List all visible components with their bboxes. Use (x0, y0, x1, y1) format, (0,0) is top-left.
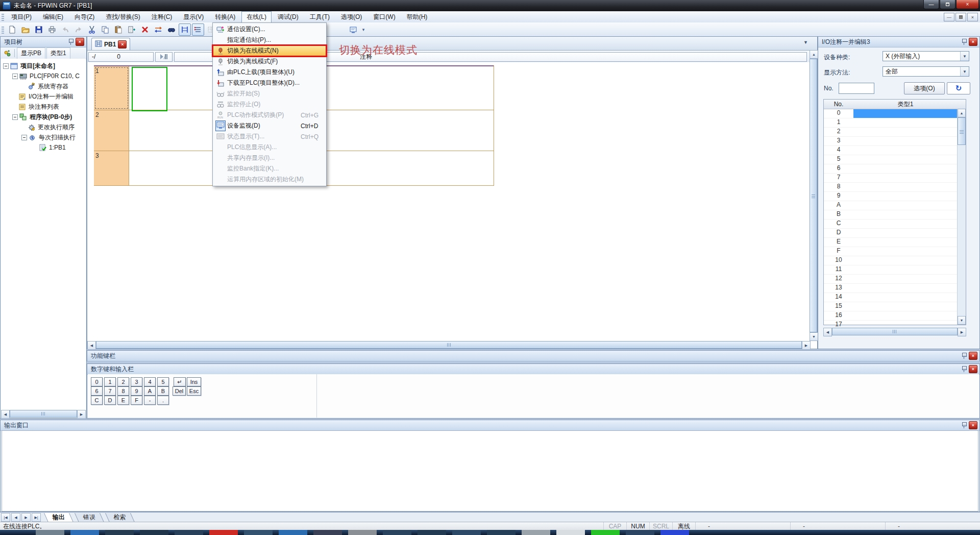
menu-bar-item[interactable]: 向导(Z) (69, 11, 100, 23)
keypad-key[interactable]: 7 (104, 386, 116, 396)
io-row-value[interactable] (853, 201, 958, 210)
menu-bar-item[interactable]: 选项(O) (336, 11, 367, 23)
tree-item-exec-order[interactable]: 更改执行顺序 (1, 122, 86, 132)
menu-item-shared-memory[interactable]: 共享内存显示(I)... (213, 153, 326, 163)
pin-button[interactable] (960, 352, 968, 359)
pin-button[interactable] (960, 422, 968, 429)
scroll-thumb[interactable] (96, 341, 802, 349)
tab-list-dropdown-icon[interactable]: ▼ (803, 40, 808, 45)
delete-row-icon[interactable] (139, 23, 151, 36)
io-table-row[interactable]: 14 (824, 293, 966, 302)
enter-key[interactable]: ↵ (174, 377, 186, 386)
insert-row-icon[interactable] (126, 23, 138, 36)
io-row-value[interactable] (853, 220, 958, 228)
menu-item-monitor-start[interactable]: 监控开始(S) (213, 88, 326, 99)
taskbar-item[interactable] (209, 530, 238, 535)
io-table-vscrollbar[interactable]: ▲ ▼ (957, 109, 966, 325)
menu-item-device-monitor[interactable]: 设备监视(D) Ctrl+D (213, 120, 326, 131)
keypad-key[interactable]: 0 (91, 377, 103, 386)
show-pb-button[interactable]: 显示PB (17, 47, 45, 59)
toolbar-overflow-icon[interactable]: ▾ (360, 27, 367, 32)
list-view-icon[interactable] (192, 23, 204, 36)
pin-button[interactable] (67, 38, 75, 45)
keypad-key[interactable]: F (131, 396, 142, 405)
io-table-row[interactable]: B (824, 210, 966, 220)
io-row-value[interactable] (853, 183, 958, 191)
io-row-value[interactable] (853, 265, 958, 274)
mdi-close-button[interactable]: × (967, 13, 978, 21)
taskbar-item[interactable] (279, 530, 307, 535)
ladder-row-header-2[interactable]: 2 (94, 110, 129, 151)
device-monitor-toolbar-icon[interactable] (347, 23, 359, 36)
menu-item-monitor-stop[interactable]: 监控停止(O) (213, 99, 326, 110)
io-table-row[interactable]: 4 (824, 146, 966, 155)
tab-pb1[interactable]: PB1 × (91, 38, 130, 50)
taskbar-item[interactable] (348, 530, 377, 535)
io-row-value[interactable] (853, 109, 958, 118)
keypad-key[interactable]: . (157, 396, 169, 405)
io-table-row[interactable]: 2 (824, 128, 966, 137)
menu-bar-item[interactable]: 转换(A) (210, 11, 240, 23)
convert-icon[interactable] (152, 23, 164, 36)
chevron-down-icon[interactable]: ▼ (960, 52, 969, 61)
scroll-left-icon[interactable]: ◀ (1, 410, 10, 419)
keypad-key[interactable]: D (104, 396, 116, 405)
cut-icon[interactable] (86, 23, 98, 36)
save-icon[interactable] (33, 23, 45, 36)
menu-bar-item[interactable]: 窗口(W) (368, 11, 400, 23)
io-row-value[interactable] (853, 247, 958, 256)
keypad-key[interactable]: C (91, 396, 103, 405)
menu-bar-item[interactable]: 查找/替换(S) (101, 11, 145, 23)
taskbar-item[interactable] (70, 530, 99, 535)
io-table-row[interactable]: D (824, 229, 966, 238)
nav-prev-icon[interactable]: ◀ (11, 513, 20, 522)
display-method-select[interactable]: 全部 ▼ (883, 66, 969, 77)
menu-bar-item[interactable]: 编辑(E) (38, 11, 68, 23)
tree-item-program-block[interactable]: 程序块(PB-0步) (1, 112, 86, 122)
io-row-value[interactable] (853, 284, 958, 293)
tab-output[interactable]: 输出 (44, 513, 74, 522)
io-table-row[interactable]: E (824, 238, 966, 247)
tab-close-icon[interactable]: × (118, 40, 127, 48)
keypad-key[interactable]: 9 (131, 386, 142, 396)
del-key[interactable]: Del (173, 386, 186, 396)
copy-icon[interactable] (99, 23, 111, 36)
paste-icon[interactable] (112, 23, 125, 36)
tree-settings-icon[interactable] (2, 48, 12, 58)
io-table-row[interactable]: 9 (824, 192, 966, 201)
scroll-up-icon[interactable]: ▲ (810, 50, 818, 59)
panel-close-button[interactable]: × (969, 38, 977, 46)
column-no[interactable]: No. (824, 100, 853, 109)
pin-button[interactable] (960, 38, 968, 45)
io-row-value[interactable] (853, 311, 958, 320)
keypad-key[interactable]: 6 (91, 386, 103, 396)
io-table-row[interactable]: 5 (824, 155, 966, 164)
mdi-minimize-button[interactable]: — (944, 13, 954, 21)
keypad-key[interactable]: 3 (131, 377, 142, 386)
panel-close-button[interactable]: × (969, 421, 977, 429)
keypad-key[interactable]: - (144, 396, 156, 405)
taskbar-item[interactable] (140, 530, 168, 535)
tree-item-scan-exec[interactable]: 每次扫描执行 (1, 132, 86, 142)
column-type1[interactable]: 类型1 (853, 100, 958, 109)
menu-item-specify-station[interactable]: 指定通信站(P)... (213, 35, 326, 45)
tree-item-pb1[interactable]: 1:PB1 (1, 142, 86, 153)
taskbar-item[interactable] (660, 530, 689, 535)
keypad-key[interactable]: 1 (104, 377, 116, 386)
io-row-value[interactable] (853, 256, 958, 265)
tree-item-plc[interactable]: PLC[FP0R C10, C (1, 71, 86, 81)
io-row-value[interactable] (853, 174, 958, 182)
taskbar-item[interactable] (556, 530, 585, 535)
no-input[interactable] (839, 83, 874, 94)
mdi-restore-button[interactable] (955, 13, 966, 21)
minimize-button[interactable]: — (923, 0, 939, 9)
taskbar-item[interactable] (105, 530, 134, 535)
chevron-down-icon[interactable]: ▼ (960, 67, 969, 76)
menu-item-status-display[interactable]: 状态显示(T)... Ctrl+Q (213, 131, 326, 142)
menu-item-switch-offline-mode[interactable]: 切换为离线模式(F) (213, 56, 326, 67)
nav-last-icon[interactable]: ▶| (32, 513, 41, 522)
menu-bar-item[interactable]: 显示(V) (178, 11, 209, 23)
scroll-thumb[interactable] (832, 328, 958, 335)
keypad-key[interactable]: 4 (144, 377, 156, 386)
type-select-button[interactable]: 类型1 (46, 47, 70, 59)
